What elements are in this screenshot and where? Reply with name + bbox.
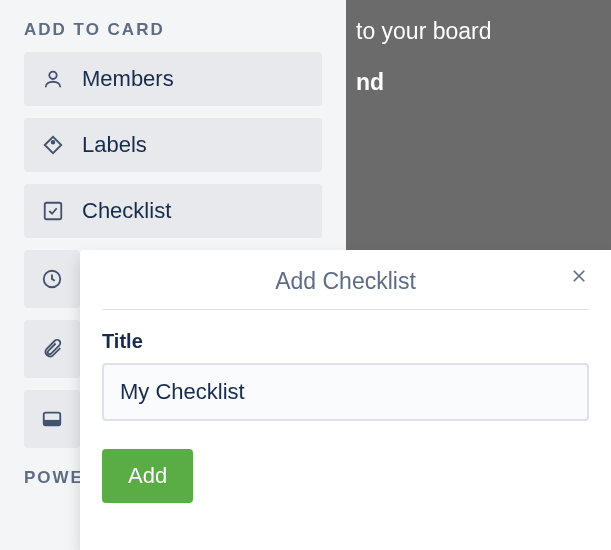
checklist-title-input[interactable] [102,363,589,421]
title-field-label: Title [102,330,589,353]
sidebar-item-dates[interactable] [24,250,80,308]
labels-icon [40,132,66,158]
back-text-line2: nd [356,69,601,96]
card-back-panel: to your board nd [346,0,611,250]
cover-icon [40,406,64,432]
sidebar-item-checklist[interactable]: Checklist [24,184,322,238]
close-button[interactable] [565,264,593,292]
attachment-icon [40,336,64,362]
sidebar-item-label: Checklist [82,198,171,224]
sidebar-item-label: Labels [82,132,147,158]
checklist-icon [40,198,66,224]
sidebar-item-cover[interactable] [24,390,80,448]
svg-rect-2 [45,203,62,220]
sidebar-item-labels[interactable]: Labels [24,118,322,172]
svg-point-1 [52,141,55,144]
clock-icon [40,266,64,292]
popover-header: Add Checklist [102,268,589,310]
svg-rect-5 [44,420,61,426]
svg-point-0 [49,72,56,79]
add-button[interactable]: Add [102,449,193,503]
members-icon [40,66,66,92]
back-text-line1: to your board [356,18,601,45]
sidebar-title: ADD TO CARD [24,20,322,40]
sidebar-item-attachment[interactable] [24,320,80,378]
sidebar-item-members[interactable]: Members [24,52,322,106]
sidebar-item-label: Members [82,66,174,92]
add-checklist-popover: Add Checklist Title Add [80,250,611,550]
close-icon [570,267,588,289]
popover-title: Add Checklist [275,268,416,294]
